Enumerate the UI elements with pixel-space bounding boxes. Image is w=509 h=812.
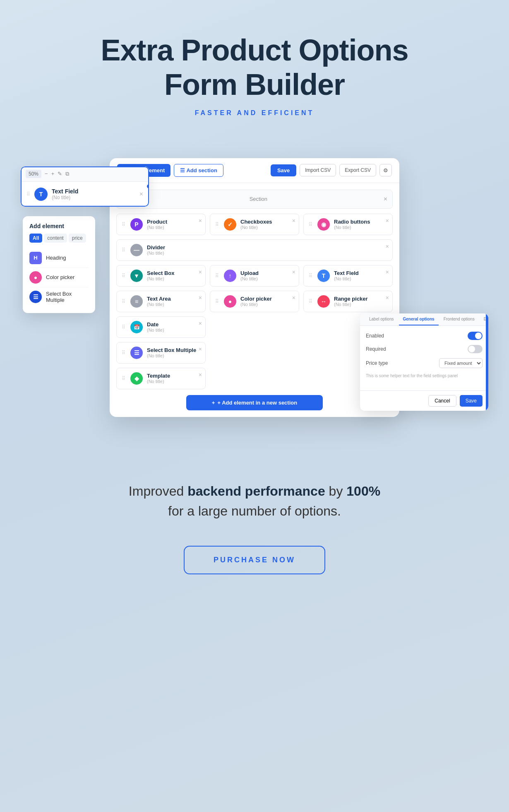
drag-handle[interactable]: ⠿ [122,299,125,304]
text-field-icon: T [317,270,330,282]
divider-info: Divider (No title) [147,244,387,255]
page-subtitle: FASTER AND EFFICIENT [101,109,408,117]
tf-close-icon[interactable]: × [139,190,143,198]
radio-close-icon[interactable]: × [386,217,389,224]
element-divider: ⠿ — Divider (No title) × [116,239,393,261]
enabled-label: Enabled [366,333,384,339]
range-picker-close-icon[interactable]: × [386,294,389,301]
template-name: Template [147,373,200,379]
drag-handle[interactable]: ⠿ [309,222,312,227]
drag-handle[interactable]: ⠿ [122,273,125,279]
toggle-knob [468,346,475,352]
section-header: + Section × [116,190,393,209]
section-close-icon[interactable]: × [384,195,387,203]
es-tab-frontend[interactable]: Frontend options [439,313,479,325]
add-in-section-label: + Add element in a new section [217,400,297,406]
save-button[interactable]: Save [271,164,296,176]
price-type-select[interactable]: Fixed amount [439,358,483,368]
tf-hint: (No title) [52,195,135,200]
divider-icon: — [130,244,143,256]
select-box-close-icon[interactable]: × [199,269,202,275]
template-icon: ◆ [130,372,143,385]
es-save-button[interactable]: Save [460,395,483,407]
select-box-multiple-name: Select Box Multiple [147,347,200,353]
add-element-title: Add element [29,223,89,229]
copy-icon[interactable]: ⧉ [65,171,69,177]
drag-handle[interactable]: ⠿ [122,247,125,253]
tab-price[interactable]: price [69,234,86,243]
upload-subtitle: (No title) [240,276,294,281]
main-panel: + + Add element ☰ Add section Save Impor… [110,158,399,417]
checkboxes-close-icon[interactable]: × [292,217,295,224]
text-field-close-icon[interactable]: × [386,269,389,275]
drag-handle[interactable]: ⠿ [26,191,30,197]
element-color-picker: ⠿ ● Color picker (No title) × [210,291,299,312]
add-in-section-icon: + [212,400,215,406]
element-template: ⠿ ◆ Template (No title) × [116,368,206,389]
color-picker-close-icon[interactable]: × [292,294,295,301]
edit-icon[interactable]: ✎ [58,171,62,177]
date-close-icon[interactable]: × [199,320,202,327]
drag-handle[interactable]: ⠿ [309,273,312,279]
template-close-icon[interactable]: × [199,371,202,378]
text-area-icon: ≡ [130,295,143,308]
tf-name: Text Field [52,188,135,195]
enabled-toggle[interactable] [468,332,483,340]
text-area-close-icon[interactable]: × [199,294,202,301]
drag-handle[interactable]: ⠿ [122,324,125,330]
checkboxes-info: Checkboxes (No title) [240,219,294,230]
export-csv-button[interactable]: Export CSV [339,164,376,176]
es-tab-label[interactable]: Label options [365,313,398,325]
bottom-text-line2: for a large number of options. [168,504,341,518]
divider-close-icon[interactable]: × [386,243,389,250]
drag-handle[interactable]: ⠿ [215,273,219,279]
drag-handle[interactable]: ⠿ [122,222,125,227]
connector-dot [147,184,149,188]
tab-all[interactable]: All [29,234,42,243]
add-section-button[interactable]: ☰ Add section [174,164,223,177]
add-in-section-area: + + Add element in a new section [116,395,393,410]
template-subtitle: (No title) [147,379,200,384]
settings-icon[interactable]: ⚙ [379,164,392,176]
es-cancel-button[interactable]: Cancel [428,395,456,407]
bottom-section: Improved backend performance by 100% for… [112,456,397,595]
drag-handle[interactable]: ⠿ [122,350,125,356]
drag-handle[interactable]: ⠿ [122,376,125,381]
es-tab-general[interactable]: General options [399,313,439,325]
add-in-section-button[interactable]: + + Add element in a new section [186,395,323,410]
product-close-icon[interactable]: × [199,217,202,224]
text-area-info: Text Area (No title) [147,296,200,307]
add-element-panel: Add element All content price H Heading … [23,216,95,313]
date-info: Date (No title) [147,321,200,333]
select-box-multiple-close-icon[interactable]: × [199,346,202,352]
text-field-subtitle: (No title) [334,276,387,281]
element-product: ⠿ P Product (No title) × [116,214,206,235]
color-picker-info: Color picker (No title) [240,296,294,307]
product-subtitle: (No title) [147,225,200,230]
purchase-button[interactable]: PURCHASE NOW [184,546,325,574]
add-item-select-box-multiple[interactable]: ☰ Select Box Multiple [29,287,89,306]
main-toolbar: + + Add element ☰ Add section Save Impor… [110,158,399,183]
import-csv-button[interactable]: Import CSV [300,164,336,176]
drag-handle[interactable]: ⠿ [215,299,219,304]
select-box-multiple-subtitle: (No title) [147,353,200,358]
element-radio-buttons: ⠿ ◉ Radio buttons (No title) × [303,214,393,235]
drag-handle[interactable]: ⠿ [215,222,219,227]
minus-icon[interactable]: − [45,171,48,177]
tab-content[interactable]: content [44,234,67,243]
add-element-tabs: All content price [29,234,89,243]
color-picker-icon: ● [224,295,236,308]
element-select-box: ⠿ ▼ Select Box (No title) × [116,265,206,287]
select-box-multiple-icon: ☰ [130,347,143,359]
radio-subtitle: (No title) [334,225,387,230]
upload-close-icon[interactable]: × [292,269,295,275]
es-footer: Cancel Save [360,390,488,411]
add-item-heading[interactable]: H Heading [29,248,89,268]
required-toggle[interactable] [468,345,483,353]
heading-icon: H [29,252,42,264]
color-picker-name: Color picker [240,296,294,302]
drag-handle[interactable]: ⠿ [309,299,312,304]
plus-icon[interactable]: + [51,171,55,177]
add-item-color-picker[interactable]: ● Color picker [29,268,89,287]
text-field-float-card: 50% − + ✎ ⧉ ⠿ T Text Field (No title) × [21,166,149,207]
